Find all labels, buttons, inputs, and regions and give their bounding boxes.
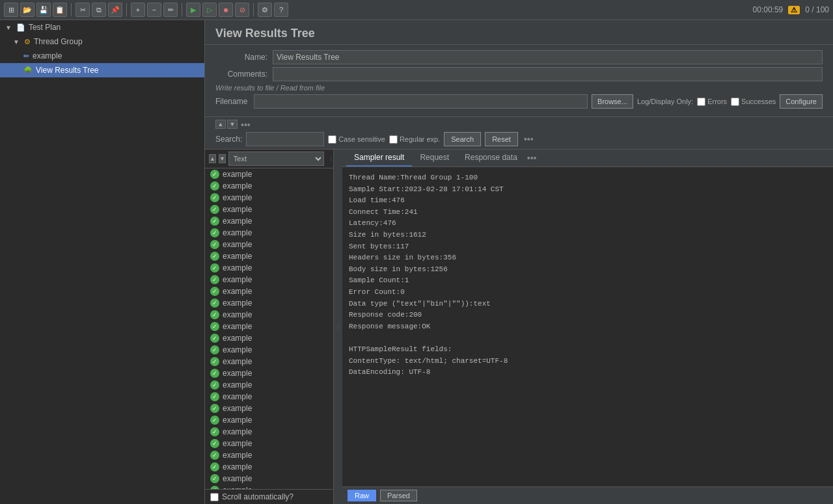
sample-item-label: example <box>223 205 252 214</box>
configure-button[interactable]: Configure <box>780 94 823 109</box>
sample-item-label: example <box>223 228 252 237</box>
sample-list-item[interactable]: ✓ example <box>205 274 333 285</box>
sample-list-item[interactable]: ✓ example <box>205 239 333 250</box>
sample-list-item[interactable]: ✓ example <box>205 403 333 414</box>
sample-list-item[interactable]: ✓ example <box>205 192 333 204</box>
raw-button[interactable]: Raw <box>348 490 376 501</box>
sample-status-icon: ✓ <box>210 205 219 214</box>
start-no-pause-button[interactable]: ▷ <box>202 3 217 17</box>
regular-exp-checkbox[interactable] <box>389 135 398 144</box>
vrt-title: View Results Tree <box>205 20 833 45</box>
edit-button[interactable]: ✏ <box>163 3 178 17</box>
sample-list-item[interactable]: ✓ example <box>205 473 333 484</box>
shutdown-button[interactable]: ⊘ <box>235 3 249 17</box>
sample-item-label: example <box>223 345 252 354</box>
browse-button[interactable]: Browse... <box>592 94 633 109</box>
sample-list-item[interactable]: ✓ example <box>205 285 333 297</box>
sidebar-item-view-results-tree[interactable]: 🌳 View Results Tree <box>0 63 204 77</box>
sidebar-item-example[interactable]: ✏ example <box>0 49 204 63</box>
type-select[interactable]: Text Regexp Tester CSS/JQuery JSON Path … <box>228 152 324 166</box>
sample-list-item[interactable]: ✓ example <box>205 250 333 262</box>
save-as-button[interactable]: 📋 <box>53 3 67 17</box>
sample-item-label: example <box>223 392 252 401</box>
sample-list-item[interactable]: ✓ example <box>205 484 333 489</box>
sample-item-label: example <box>223 334 252 343</box>
case-sensitive-checkbox[interactable] <box>328 135 336 144</box>
sample-list-item[interactable]: ✓ example <box>205 180 333 192</box>
scroll-up-button[interactable]: ▲ <box>215 120 226 129</box>
thread-name-line: Thread Name:Thread Group 1-100 <box>349 172 826 184</box>
sample-item-label: example <box>223 263 252 272</box>
errors-checkbox-label[interactable]: Errors <box>697 98 727 106</box>
sample-list-item[interactable]: ✓ example <box>205 344 333 356</box>
panel-resize-handle[interactable]: ⋮ <box>334 150 342 504</box>
save-button[interactable]: 💾 <box>36 3 51 17</box>
add-button[interactable]: + <box>131 3 145 17</box>
tab-sampler-result[interactable]: Sampler result <box>346 150 412 166</box>
sample-status-icon: ✓ <box>210 228 219 237</box>
successes-checkbox-label[interactable]: Successes <box>731 98 776 106</box>
search-options-button[interactable]: ••• <box>522 134 536 144</box>
sample-list-item[interactable]: ✓ example <box>205 426 333 438</box>
sample-item-label: example <box>223 193 252 202</box>
response-message-line: Response message:OK <box>349 321 826 333</box>
open-button[interactable]: 📂 <box>20 3 34 17</box>
search-label: Search: <box>215 135 242 144</box>
sample-list-item[interactable]: ✓ example <box>205 227 333 239</box>
sample-list-item[interactable]: ✓ example <box>205 356 333 367</box>
scroll-options-button[interactable]: ••• <box>239 120 253 130</box>
copy-button[interactable]: ⧉ <box>92 3 106 17</box>
sample-list-item[interactable]: ✓ example <box>205 461 333 473</box>
tab-request[interactable]: Request <box>412 150 457 166</box>
sent-bytes-line: Sent bytes:117 <box>349 241 826 253</box>
sample-item-label: example <box>223 427 252 436</box>
errors-checkbox[interactable] <box>697 98 705 106</box>
sidebar-item-thread-group[interactable]: ▼ ⚙ Thread Group <box>0 34 204 49</box>
sample-list-item[interactable]: ✓ example <box>205 332 333 344</box>
name-input[interactable] <box>273 50 823 64</box>
scroll-down-button[interactable]: ▼ <box>227 120 238 129</box>
sample-list-item[interactable]: ✓ example <box>205 262 333 274</box>
remove-button[interactable]: − <box>147 3 161 17</box>
sample-item-label: example <box>223 181 252 191</box>
tab-response-data[interactable]: Response data <box>457 150 525 166</box>
paste-button[interactable]: 📌 <box>108 3 122 17</box>
regular-exp-label[interactable]: Regular exp. <box>389 135 440 144</box>
reset-button[interactable]: Reset <box>485 132 518 146</box>
parsed-button[interactable]: Parsed <box>380 490 417 501</box>
sample-list-item[interactable]: ✓ example <box>205 449 333 461</box>
sample-list-item[interactable]: ✓ example <box>205 391 333 403</box>
tabs-options-button[interactable]: ••• <box>525 150 539 166</box>
sample-list-item[interactable]: ✓ example <box>205 309 333 321</box>
sample-item-label: example <box>223 369 252 378</box>
list-scroll-down[interactable]: ▼ <box>219 154 226 163</box>
new-button[interactable]: ⊞ <box>4 3 18 17</box>
sample-status-icon: ✓ <box>210 369 219 378</box>
auto-scroll-checkbox[interactable] <box>210 493 219 501</box>
start-button[interactable]: ▶ <box>186 3 200 17</box>
sample-list-item[interactable]: ✓ example <box>205 367 333 379</box>
list-scroll-up[interactable]: ▲ <box>209 154 216 163</box>
stop-button[interactable]: ■ <box>219 3 233 17</box>
successes-checkbox[interactable] <box>731 98 739 106</box>
case-sensitive-label[interactable]: Case sensitive <box>328 135 385 144</box>
sample-list-item[interactable]: ✓ example <box>205 168 333 180</box>
cut-button[interactable]: ✂ <box>75 3 90 17</box>
search-row: Search: Case sensitive Regular exp. Sear… <box>215 132 823 146</box>
sample-list-item[interactable]: ✓ example <box>205 204 333 215</box>
sample-list-item[interactable]: ✓ example <box>205 215 333 227</box>
sample-list-item[interactable]: ✓ example <box>205 414 333 426</box>
help-button[interactable]: ? <box>274 3 288 17</box>
sample-list-item[interactable]: ✓ example <box>205 321 333 332</box>
comments-input[interactable] <box>273 67 823 81</box>
sample-list-item[interactable]: ✓ example <box>205 379 333 391</box>
search-button[interactable]: Search <box>444 132 481 146</box>
sample-list-item[interactable]: ✓ example <box>205 297 333 309</box>
sample-list-item[interactable]: ✓ example <box>205 438 333 449</box>
https-fields-line: HTTPSampleResult fields: <box>349 344 826 356</box>
sep2 <box>126 3 127 16</box>
filename-input[interactable] <box>254 94 588 109</box>
sidebar-item-test-plan[interactable]: ▼ 📄 Test Plan <box>0 20 204 34</box>
settings-button[interactable]: ⚙ <box>258 3 272 17</box>
search-input[interactable] <box>246 132 324 146</box>
